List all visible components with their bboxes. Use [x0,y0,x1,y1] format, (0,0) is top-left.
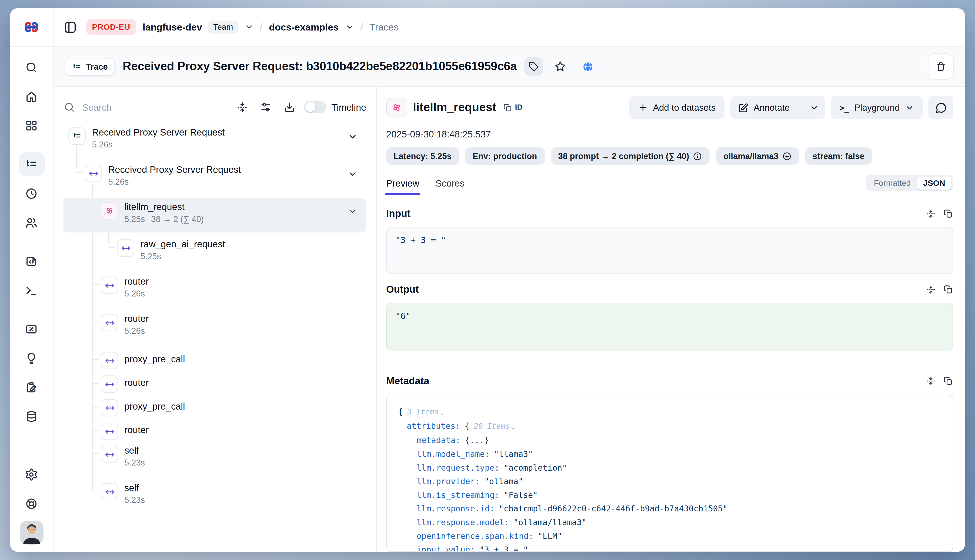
tab-scores[interactable]: Scores [436,178,465,188]
tree-settings-button[interactable] [257,97,275,116]
tree-node-span[interactable]: raw_gen_ai_request5.25s [64,236,366,273]
add-to-datasets-button[interactable]: Add to datasets [629,96,724,119]
trace-title-bar: Trace Received Proxy Server Request: b30… [54,47,965,87]
node-label: raw_gen_ai_request [140,239,225,249]
observation-detail-panel: litellm_request ID Add to datasets [377,87,965,552]
trace-tree-icon [25,158,38,171]
tree-node-span[interactable]: Received Proxy Server Request5.26s [64,162,366,199]
tree-node-span[interactable]: proxy_pre_call [64,395,366,419]
sidebar-support-button[interactable] [18,492,45,515]
trash-icon [935,61,947,72]
observation-tree: Received Proxy Server Request5.26s Recei… [64,124,366,552]
langfuse-logo-icon[interactable] [23,18,40,35]
tree-node-span[interactable]: router [64,372,366,395]
search-input[interactable] [81,101,228,113]
annotate-button[interactable]: Annotate [730,96,798,119]
json-entry[interactable]: input.value:"3 + 3 = " [397,543,943,552]
copy-icon [503,103,513,112]
json-entry[interactable]: llm.response.model:"ollama/llama3" [397,516,943,530]
timeline-toggle-label: Timeline [331,102,366,112]
tree-node-span[interactable]: proxy_pre_call [64,348,366,372]
json-entry[interactable]: llm.response.id:"chatcmpl-d96622c0-c642-… [397,502,943,516]
sidebar-playground-button[interactable] [18,278,45,302]
copy-id-button[interactable]: ID [503,103,523,112]
chevron-down-icon[interactable] [348,206,358,216]
sidebar-evaluation-button[interactable] [18,317,45,340]
delete-trace-button[interactable] [928,53,954,80]
tree-node-span[interactable]: router [64,419,366,442]
sidebar-annotation-button[interactable] [18,375,45,399]
org-chevron-down-icon[interactable] [244,22,254,32]
json-entry[interactable]: llm.request.type:"acompletion" [397,461,943,475]
fold-vertical-icon[interactable] [926,376,936,386]
json-entry[interactable]: llm.model_name:"llama3" [397,447,943,461]
token-usage-badge[interactable]: 38 prompt → 2 completion (∑ 40) [551,147,710,165]
tree-node-span[interactable]: router5.26s [64,311,366,348]
json-entry[interactable]: llm.provider:"ollama" [397,475,943,489]
copy-icon[interactable] [943,285,953,295]
node-duration: 5.25s [124,214,145,224]
input-value-box[interactable]: "3 + 3 = " [386,227,953,274]
tree-node-trace-root[interactable]: Received Proxy Server Request5.26s [64,124,366,162]
node-label: Received Proxy Server Request [108,164,241,175]
sidebar-sessions-button[interactable] [18,182,45,205]
star-button[interactable] [550,57,570,77]
public-globe-button[interactable] [578,57,598,77]
json-root-line[interactable]: {3 Items⌄ [397,405,943,420]
model-badge[interactable]: ollama/llama3 [716,147,799,165]
format-option-json[interactable]: JSON [917,177,951,190]
org-name[interactable]: langfuse-dev [143,21,202,32]
sidebar-judge-button[interactable] [18,346,45,370]
output-value-box[interactable]: "6" [386,303,953,350]
trace-title: Received Proxy Server Request: b3010b422… [123,60,517,73]
format-option-formatted[interactable]: Formatted [868,177,917,190]
json-entry[interactable]: llm.is_streaming:"False" [397,488,943,502]
chevron-down-icon[interactable] [348,132,358,142]
download-button[interactable] [280,97,299,116]
breadcrumb-separator: / [260,21,263,33]
fold-vertical-icon[interactable] [926,285,936,295]
sidebar-prompts-button[interactable] [18,249,45,273]
json-entry[interactable]: metadata:{...} [397,434,943,448]
copy-icon[interactable] [943,209,953,219]
sidebar-home-button[interactable] [18,85,45,108]
playground-button[interactable]: >_ Playground [831,96,923,119]
project-chevron-down-icon[interactable] [345,22,354,32]
copy-icon[interactable] [943,376,953,386]
fold-vertical-icon[interactable] [926,209,936,219]
sidebar-toggle-icon[interactable] [64,20,77,34]
input-section-header: Input [386,208,953,219]
json-attributes-line[interactable]: attributes:{20 Items⌄ [397,420,943,434]
tree-node-span[interactable]: self5.23s [64,480,366,517]
app-window: PROD-EU langfuse-dev Team / docs-example… [10,8,965,552]
percent-card-icon [25,322,38,335]
info-icon [693,152,702,161]
tree-node-span[interactable]: self5.23s [64,443,366,480]
sidebar-users-button[interactable] [18,211,45,234]
annotate-dropdown-button[interactable] [803,96,825,119]
sidebar-dashboards-button[interactable] [18,114,45,137]
sidebar-search-button[interactable] [18,55,45,79]
collapse-all-button[interactable] [233,97,252,116]
timeline-toggle[interactable] [304,101,326,113]
sidebar-datasets-button[interactable] [18,405,45,428]
detail-tabs: Preview Scores Formatted JSON [386,175,953,198]
project-name[interactable]: docs-examples [269,21,339,32]
tab-preview[interactable]: Preview [386,178,420,188]
chevron-down-icon[interactable] [348,169,358,179]
comment-button[interactable] [928,96,953,119]
globe-icon [581,60,594,73]
tree-node-generation-selected[interactable]: litellm_request5.25s38 → 2 (∑ 40) [64,199,366,236]
terminal-glyph-icon: >_ [840,103,849,112]
metadata-json-viewer[interactable]: {3 Items⌄ attributes:{20 Items⌄ metadata… [386,395,953,552]
json-entry[interactable]: openinference.span.kind:"LLM" [397,530,943,543]
tag-button[interactable] [524,57,543,76]
trace-tree-icon [69,127,86,145]
sidebar-settings-button[interactable] [18,463,45,486]
sidebar-tracing-button[interactable] [18,152,45,176]
observation-timestamp: 2025-09-30 18:48:25.537 [386,128,953,139]
user-avatar[interactable] [20,521,43,544]
search-field[interactable] [64,101,228,113]
breadcrumb-section[interactable]: Traces [370,21,399,32]
tree-node-span[interactable]: router5.26s [64,273,366,311]
